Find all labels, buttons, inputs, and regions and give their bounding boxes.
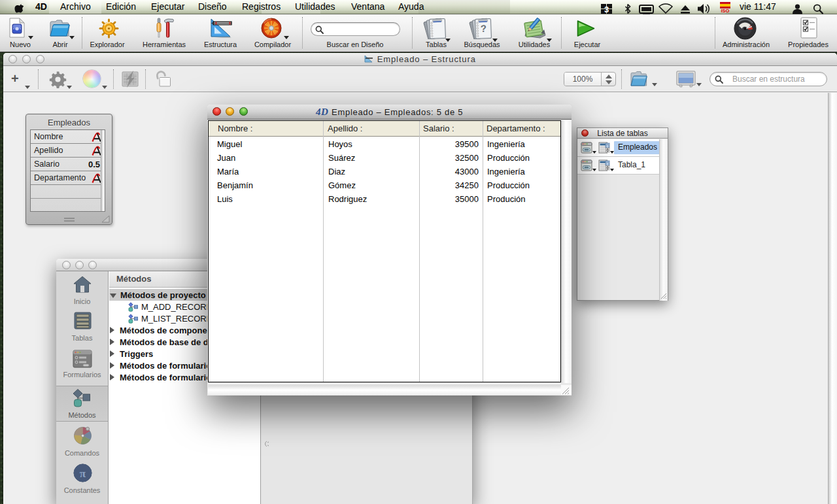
svg-text:?: ? bbox=[481, 23, 487, 34]
svg-text:3: 3 bbox=[604, 5, 609, 14]
svg-text:π: π bbox=[80, 467, 86, 480]
